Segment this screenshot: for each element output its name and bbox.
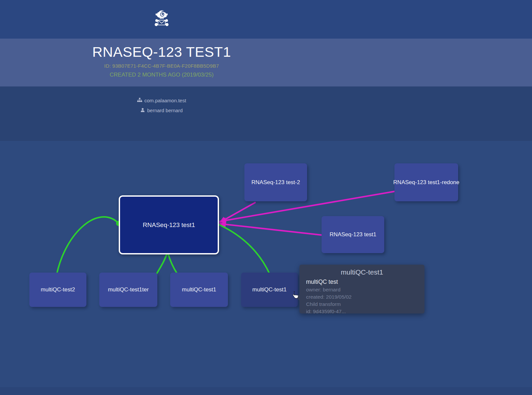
created-date: CREATED 2 MONTHS AGO (2019/03/25) xyxy=(0,72,323,78)
namespace-row: com.palaamon.test xyxy=(0,97,323,104)
node-rnaseq-123-test-2[interactable]: RNASeq-123 test-2 xyxy=(244,163,307,201)
monster-mascot-logo-icon[interactable] xyxy=(152,9,171,30)
owner-label: bernard bernard xyxy=(147,107,183,114)
page-title: RNASEQ-123 TEST1 xyxy=(0,39,323,60)
node-label: RNASeq-123 test-2 xyxy=(251,179,300,186)
owner-row: bernard bernard xyxy=(0,107,323,114)
tooltip-title: multiQC-test1 xyxy=(299,265,424,276)
footer-strip xyxy=(0,387,532,395)
node-label: RNASeq-123 test1 xyxy=(329,231,376,238)
node-label: multiQC-test1 xyxy=(182,286,216,293)
tooltip-owner: owner: bernard xyxy=(306,287,424,293)
node-label: multiQC-test2 xyxy=(41,286,75,293)
node-rnaseq-123-test1-selected[interactable]: RNASeq-123 test1 xyxy=(119,195,219,254)
tooltip-transform-name: multiQC test xyxy=(306,279,424,285)
tooltip-id: id: 9d4359f0-47... xyxy=(306,309,424,313)
node-label: RNASeq-123 test1-redone xyxy=(393,179,459,186)
tooltip-kind: Child transform xyxy=(306,301,424,307)
node-rnaseq-123-test1-redone[interactable]: RNASeq-123 test1-redone xyxy=(394,163,458,201)
namespace-label: com.palaamon.test xyxy=(144,97,186,104)
hand-pointer-cursor-icon xyxy=(291,291,299,301)
header-top-band xyxy=(0,0,532,39)
lineage-graph-canvas[interactable]: RNASeq-123 test1 RNASeq-123 test-2 RNASe… xyxy=(0,141,532,387)
dataset-id: ID: 93B07E71-F4CC-4B7F-BE0A-F20F8BB5D9B7 xyxy=(0,63,323,69)
node-multiqc-test1-hovered[interactable]: multiQC-test1 xyxy=(241,273,298,307)
tooltip-created: created: 2019/05/02 xyxy=(306,294,424,300)
node-multiqc-test1ter[interactable]: multiQC-test1ter xyxy=(99,273,157,307)
node-multiqc-test1[interactable]: multiQC-test1 xyxy=(170,273,228,307)
node-label: multiQC-test1ter xyxy=(108,286,149,293)
node-tooltip: multiQC-test1 multiQC test owner: bernar… xyxy=(299,265,424,313)
node-rnaseq-123-test1-right[interactable]: RNASeq-123 test1 xyxy=(322,216,384,253)
node-label: RNASeq-123 test1 xyxy=(143,221,195,229)
sitemap-icon xyxy=(137,97,142,104)
meta-band: com.palaamon.test bernard bernard xyxy=(0,86,532,141)
title-band: RNASEQ-123 TEST1 ID: 93B07E71-F4CC-4B7F-… xyxy=(0,39,532,86)
user-icon xyxy=(141,107,145,114)
node-multiqc-test2[interactable]: multiQC-test2 xyxy=(29,273,86,307)
node-label: multiQC-test1 xyxy=(252,286,287,293)
